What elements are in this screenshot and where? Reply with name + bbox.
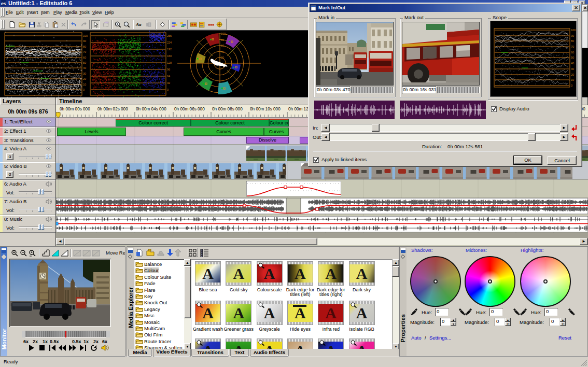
svg-text:160: 160: [167, 54, 172, 58]
svg-text:30: 30: [83, 72, 86, 75]
svg-text:0h 00m 04s 000: 0h 00m 04s 000: [136, 107, 166, 111]
svg-text:100: 100: [221, 32, 226, 35]
svg-text:0h 00m 10s 000: 0h 00m 10s 000: [250, 107, 281, 111]
svg-text:60: 60: [221, 44, 224, 47]
svg-text:40: 40: [221, 50, 224, 53]
svg-text:80: 80: [83, 45, 86, 48]
svg-text:70: 70: [571, 45, 574, 48]
svg-text:0h 00m 00s 000: 0h 00m 00s 000: [60, 107, 90, 111]
svg-text:30: 30: [571, 67, 574, 70]
svg-text:90: 90: [83, 39, 86, 43]
svg-text:10: 10: [571, 78, 574, 81]
svg-text:255: 255: [167, 34, 172, 37]
svg-text:0: 0: [571, 84, 572, 87]
svg-text:20: 20: [571, 73, 574, 76]
svg-text:224: 224: [167, 41, 172, 44]
svg-text:40: 40: [571, 62, 574, 65]
svg-text:0: 0: [167, 88, 169, 91]
svg-text:96: 96: [167, 68, 170, 71]
svg-text:0h 00m 02s 000: 0h 00m 02s 000: [97, 107, 128, 111]
svg-text:0h 00m 08s 000: 0h 00m 08s 000: [212, 107, 243, 111]
svg-text:32: 32: [167, 81, 170, 84]
svg-text:100: 100: [571, 29, 576, 32]
svg-text:20: 20: [221, 56, 224, 59]
svg-text:0h 00m 06s 000: 0h 00m 06s 000: [174, 107, 205, 111]
svg-text:192: 192: [167, 48, 172, 51]
svg-text:40: 40: [83, 66, 86, 69]
svg-text:80: 80: [571, 39, 574, 43]
svg-text:100: 100: [83, 34, 88, 37]
svg-text:64: 64: [167, 75, 170, 78]
svg-text:50: 50: [83, 61, 86, 64]
svg-text:50: 50: [571, 56, 574, 59]
svg-text:128: 128: [167, 61, 172, 64]
svg-text:70: 70: [83, 50, 86, 53]
svg-text:90: 90: [571, 34, 574, 37]
svg-text:80: 80: [221, 38, 224, 41]
svg-text:10: 10: [83, 83, 86, 86]
svg-text:20: 20: [83, 77, 86, 80]
svg-text:60: 60: [571, 51, 574, 54]
svg-text:0: 0: [83, 88, 85, 91]
svg-text:60: 60: [83, 56, 86, 59]
